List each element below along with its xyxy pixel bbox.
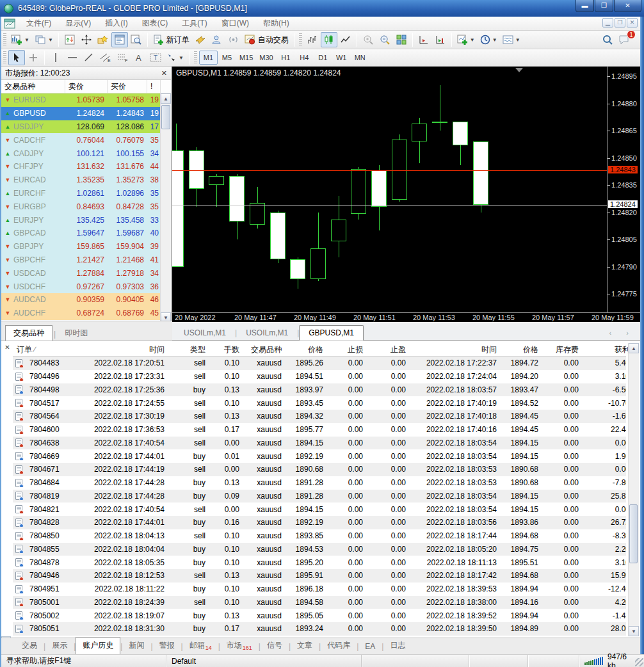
mdi-minimize-button[interactable]: ▁ xyxy=(602,18,613,28)
history-row-7804951[interactable]: 78049512022.02.18 18:11:22buy0.10xauusd1… xyxy=(13,583,626,596)
periods-button[interactable]: ▼ xyxy=(478,32,500,47)
history-row-7804855[interactable]: 78048552022.02.18 18:04:04buy0.10xauusd1… xyxy=(13,543,626,556)
toolbar-grip[interactable] xyxy=(194,51,197,64)
mdi-close-button[interactable]: ✕ xyxy=(627,18,638,28)
equidistant-channel-button[interactable]: E xyxy=(97,50,114,65)
market-watch-titlebar[interactable]: 市场报价: 12:00:23 ✕ xyxy=(1,67,171,80)
status-profile[interactable]: Default xyxy=(166,655,362,667)
search-button[interactable] xyxy=(599,32,616,47)
scroll-up-icon[interactable]: ▲ xyxy=(161,93,171,104)
column-lots[interactable]: 手数 xyxy=(209,344,243,355)
chart-shift-button[interactable] xyxy=(415,32,432,47)
chart-time-axis[interactable]: 20 May 202220 May 11:4720 May 11:4920 Ma… xyxy=(172,312,640,322)
cursor-button[interactable] xyxy=(8,50,25,65)
close-button[interactable]: ✕ xyxy=(614,0,641,12)
column-ask[interactable]: 买价 xyxy=(108,80,147,93)
market-watch-row-gbpusd[interactable]: ▲GBPUSD1.248241.2484319 xyxy=(1,107,171,120)
chart-tab-2[interactable]: GBPUSD,M1 xyxy=(299,325,364,341)
menu-c[interactable]: 图表(C) xyxy=(135,17,175,29)
menu-w[interactable]: 窗口(W) xyxy=(214,17,256,29)
market-watch-row-gbpcad[interactable]: ▲GBPCAD1.596471.5968740 xyxy=(1,227,171,240)
history-row-7804946[interactable]: 78049462022.02.18 18:12:53sell0.13xauusd… xyxy=(13,569,626,583)
auto-scroll-button[interactable] xyxy=(432,32,449,47)
terminal-scrollbar[interactable]: ▲ ▼ xyxy=(628,343,639,636)
timeframe-m1[interactable]: M1 xyxy=(199,51,218,65)
market-watch-tab-1[interactable]: 即时图 xyxy=(57,326,95,341)
terminal-tab-9[interactable]: 代码库 xyxy=(321,638,357,654)
chart-shift-marker-icon[interactable] xyxy=(515,68,523,72)
column-bid[interactable]: 卖价 xyxy=(65,80,108,93)
market-watch-close-icon[interactable]: ✕ xyxy=(161,69,167,77)
market-watch-row-eurjpy[interactable]: ▲EURJPY135.425135.45833 xyxy=(1,213,171,227)
zoom-out-button[interactable] xyxy=(376,32,393,47)
terminal-tab-5[interactable]: 邮箱14 xyxy=(183,638,218,654)
terminal-tab-ea[interactable]: EA xyxy=(358,639,382,654)
column-order[interactable]: 订单 ∕ xyxy=(13,344,85,355)
history-row-7804878[interactable]: 78048782022.02.18 18:05:35buy0.10xauusd1… xyxy=(13,556,626,569)
history-row-7804600[interactable]: 78046002022.02.18 17:36:53sell0.17xauusd… xyxy=(13,423,626,437)
horizontal-line-button[interactable] xyxy=(64,50,81,65)
terminal-close-icon[interactable]: ✕ xyxy=(3,344,12,352)
history-row-7804684[interactable]: 78046842022.02.18 17:44:28buy0.13xauusd1… xyxy=(13,476,626,490)
history-row-7804819[interactable]: 78048192022.02.18 17:44:28buy0.09xauusd1… xyxy=(13,490,626,503)
templates-button[interactable]: ▼ xyxy=(500,32,523,47)
terminal-tab-8[interactable]: 文章 xyxy=(291,638,319,654)
minimize-button[interactable]: ▬ xyxy=(576,0,594,12)
history-row-7804821[interactable]: 78048212022.02.18 17:40:54sell0.00xauusd… xyxy=(13,502,626,516)
history-row-7804498[interactable]: 78044982022.02.18 17:25:36buy0.13xauusd1… xyxy=(13,383,626,397)
history-row-7804850[interactable]: 78048502022.02.18 18:04:13sell0.10xauusd… xyxy=(13,529,626,543)
history-row-7804564[interactable]: 78045642022.02.18 17:30:19sell0.13xauusd… xyxy=(13,410,626,423)
market-watch-row-eurgbp[interactable]: ▼EURGBP0.846930.8472835 xyxy=(1,200,171,213)
history-row-7804671[interactable]: 78046712022.02.18 17:44:19sell0.00xauusd… xyxy=(13,463,626,476)
history-row-7805001[interactable]: 78050012022.02.18 18:24:39sell0.10xauusd… xyxy=(13,596,626,609)
history-row-7804828[interactable]: 78048282022.02.18 17:44:01buy0.16xauusd1… xyxy=(13,516,626,529)
trendline-button[interactable] xyxy=(81,50,97,65)
market-watch-row-usdcad[interactable]: ▼USDCAD1.278841.2791834 xyxy=(1,266,171,280)
text-button[interactable]: A xyxy=(131,50,147,65)
column-spread[interactable]: ! xyxy=(147,80,161,93)
terminal-tab-3[interactable]: 新闻 xyxy=(122,638,150,654)
market-watch-row-chfjpy[interactable]: ▼CHFJPY131.632131.67644 xyxy=(1,160,171,173)
column-swap[interactable]: 库存费 xyxy=(542,344,583,355)
bar-chart-mode-button[interactable] xyxy=(304,32,321,47)
history-row-7804496[interactable]: 78044962022.02.18 17:23:31sell0.10xauusd… xyxy=(13,370,626,383)
menu-v[interactable]: 显示(V) xyxy=(58,17,98,29)
new-order-button[interactable]: 新订单 xyxy=(150,32,192,47)
terminal-tab-11[interactable]: 日志 xyxy=(383,638,412,654)
maximize-button[interactable]: ❐ xyxy=(595,0,613,12)
column-open-time[interactable]: 时间 xyxy=(85,344,168,355)
history-row-7805002[interactable]: 78050022022.02.18 18:19:07buy0.13xauusd1… xyxy=(13,609,626,622)
column-close-price[interactable]: 价格 xyxy=(501,344,542,355)
column-tp[interactable]: 止盈 xyxy=(367,344,410,355)
terminal-tab-2[interactable]: 账户历史 xyxy=(76,637,120,655)
market-watch-row-gbpjpy[interactable]: ▼GBPJPY159.865159.90439 xyxy=(1,240,171,253)
market-watch-scrollbar[interactable]: ▲ ▼ xyxy=(160,93,171,323)
column-symbol[interactable]: 交易品种 xyxy=(1,80,65,93)
favorites-button[interactable] xyxy=(95,32,111,47)
column-close-time[interactable]: 时间 xyxy=(410,344,501,355)
vertical-line-button[interactable] xyxy=(47,50,64,65)
menu-i[interactable]: 插入(I) xyxy=(98,17,134,29)
zoom-in-button[interactable] xyxy=(360,32,376,47)
scrollbar-thumb[interactable] xyxy=(161,105,170,129)
scroll-down-icon[interactable]: ▼ xyxy=(629,626,639,636)
column-sl[interactable]: 止损 xyxy=(327,344,367,355)
chart-price-axis[interactable]: 1.248951.248801.248651.248501.248351.248… xyxy=(607,67,640,312)
market-watch-row-audcad[interactable]: ▼AUDCAD0.903590.9040546 xyxy=(1,293,171,307)
arrows-button[interactable]: ▼ xyxy=(164,50,186,65)
history-row-7804517[interactable]: 78045172022.02.18 17:24:55sell0.10xauusd… xyxy=(13,396,626,410)
market-watch-row-audchf[interactable]: ▼AUDCHF0.687240.6876945 xyxy=(1,307,171,320)
history-row-7804638[interactable]: 78046382022.02.18 17:40:54sell0.00xauusd… xyxy=(13,437,626,450)
column-symbol[interactable]: 交易品种 xyxy=(243,344,286,355)
terminal-tab-6[interactable]: 市场161 xyxy=(220,638,259,654)
chart-plot-area[interactable]: GBPUSD,M1 1.24859 1.24859 1.24820 1.2482… xyxy=(172,67,607,312)
market-watch-tab-0[interactable]: 交易品种 xyxy=(5,325,52,341)
indicators-button[interactable]: ▼ xyxy=(455,32,478,47)
timeframe-mn[interactable]: MN xyxy=(351,51,369,65)
candlestick-mode-button[interactable] xyxy=(321,32,337,47)
timeframe-m30[interactable]: M30 xyxy=(256,51,276,65)
market-watch-row-usdchf[interactable]: ▼USDCHF0.972670.9730336 xyxy=(1,280,171,293)
profiles-button[interactable]: ▼ xyxy=(32,32,56,47)
market-watch-row-eurusd[interactable]: ▼EURUSD1.057391.0575819 xyxy=(1,93,171,107)
timeframe-h1[interactable]: H1 xyxy=(277,51,295,65)
